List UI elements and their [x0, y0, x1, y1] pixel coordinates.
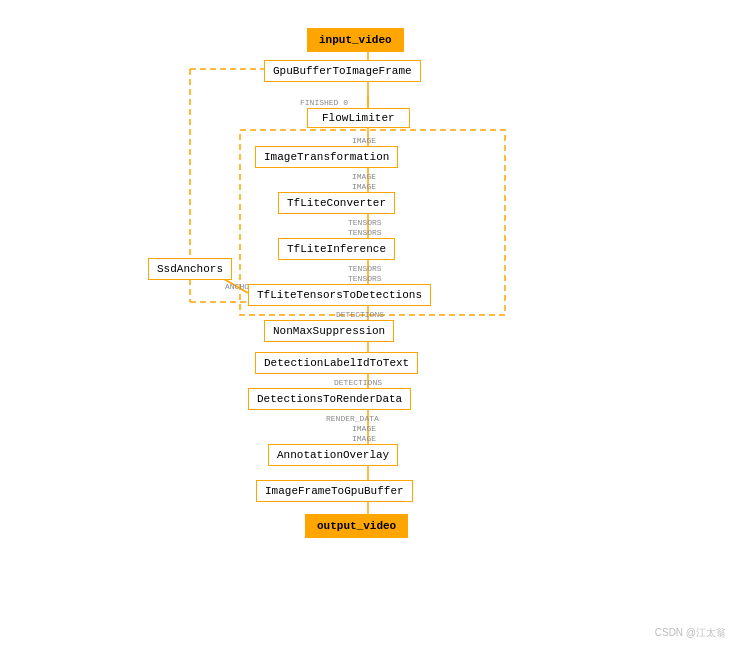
label-tensors-3: TENSORS: [348, 264, 382, 273]
node-detections-to-render-data[interactable]: DetectionsToRenderData: [248, 388, 411, 410]
node-tflite-inference[interactable]: TfLiteInference: [278, 238, 395, 260]
label-tensors-2: TENSORS: [348, 228, 382, 237]
node-annotation-overlay[interactable]: AnnotationOverlay: [268, 444, 398, 466]
node-image-frame-to-gpu-buffer[interactable]: ImageFrameToGpuBuffer: [256, 480, 413, 502]
label-detections-1: DETECTIONS: [336, 310, 384, 319]
label-render-data: RENDER_DATA: [326, 414, 379, 423]
label-image-1: IMAGE: [352, 136, 376, 145]
node-input-video[interactable]: input_video: [307, 28, 404, 52]
label-tensors-1: TENSORS: [348, 218, 382, 227]
label-tensors-4: TENSORS: [348, 274, 382, 283]
node-ssd-anchors[interactable]: SsdAnchors: [148, 258, 232, 280]
node-gpu-buffer-to-image-frame[interactable]: GpuBufferToImageFrame: [264, 60, 421, 82]
node-flow-limiter[interactable]: FlowLimiter: [307, 108, 410, 128]
label-image-4: IMAGE: [352, 424, 376, 433]
node-tflite-tensors-to-detections[interactable]: TfLiteTensorsToDetections: [248, 284, 431, 306]
node-non-max-suppression[interactable]: NonMaxSuppression: [264, 320, 394, 342]
label-image-3: IMAGE: [352, 182, 376, 191]
node-detection-label-id-to-text[interactable]: DetectionLabelIdToText: [255, 352, 418, 374]
finished-label: FINISHED 0: [300, 98, 348, 107]
label-image-2: IMAGE: [352, 172, 376, 181]
node-tflite-converter[interactable]: TfLiteConverter: [278, 192, 395, 214]
flow-graph-canvas: input_video GpuBufferToImageFrame FINISH…: [0, 0, 736, 648]
watermark: CSDN @江太翁: [655, 626, 726, 640]
label-image-5: IMAGE: [352, 434, 376, 443]
label-detections-2: DETECTIONS: [334, 378, 382, 387]
node-image-transformation[interactable]: ImageTransformation: [255, 146, 398, 168]
node-output-video[interactable]: output_video: [305, 514, 408, 538]
